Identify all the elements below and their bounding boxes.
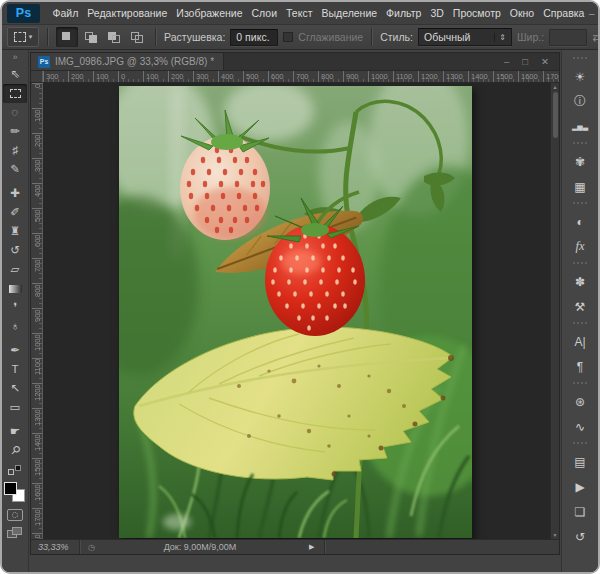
tool-clone-stamp[interactable]: ♜ — [2, 222, 28, 241]
vertical-scrollbar[interactable]: ▲ ▼ — [550, 83, 559, 539]
style-dropdown[interactable]: Обычный ⇕ — [418, 28, 512, 46]
canvas-pasteboard[interactable] — [43, 83, 550, 539]
menu-view[interactable]: Просмотр — [448, 7, 505, 19]
tool-spot-healing[interactable]: ✚ — [2, 184, 28, 203]
adjustments-panel-icon[interactable]: ☀ — [565, 64, 595, 89]
ruler-label: 1300 — [443, 71, 468, 83]
scroll-down-icon[interactable]: ▼ — [553, 532, 558, 538]
tool-rect-marquee[interactable] — [3, 84, 27, 103]
ruler-label: 1500 — [32, 458, 43, 483]
swap-dimensions-icon[interactable]: ⇄ — [592, 31, 598, 44]
dock-icon: A| — [574, 335, 585, 349]
doc-close-icon[interactable]: ✕ — [541, 56, 549, 67]
tool-icon: ✚ — [10, 188, 20, 200]
menu-select[interactable]: Выделение — [317, 7, 382, 19]
tool-brush[interactable]: ✐ — [2, 203, 28, 222]
tool-quick-selection[interactable]: ✏ — [2, 122, 28, 141]
menu-image[interactable]: Изображение — [172, 7, 247, 19]
ruler-label: 400 — [32, 183, 43, 208]
screen-mode-button[interactable] — [7, 527, 23, 540]
swap-colors-icon — [15, 465, 21, 471]
document-tab[interactable]: Ps IMG_0986.JPG @ 33,3% (RGB/8) * — [31, 53, 224, 70]
tool-rect-shape[interactable]: ▭ — [2, 398, 28, 417]
character-panel-icon[interactable]: A| — [565, 329, 595, 354]
menu-type[interactable]: Текст — [282, 7, 317, 19]
scrollbar-thumb[interactable] — [553, 92, 558, 138]
dock-icon: ▶ — [575, 480, 584, 494]
info-panel-icon[interactable]: ⓘ — [565, 89, 595, 114]
tool-icon: ▱ — [11, 264, 20, 276]
menu-filter[interactable]: Фильтр — [382, 7, 426, 19]
history-panel-icon[interactable]: ↺ — [565, 524, 595, 549]
tool-zoom[interactable]: ⚲ — [2, 441, 28, 460]
tool-lasso[interactable]: ◌ — [2, 103, 28, 122]
document-window: Ps IMG_0986.JPG @ 33,3% (RGB/8) * – □ ✕ … — [30, 52, 560, 555]
doc-minimize-icon[interactable]: – — [504, 56, 509, 67]
tool-pen[interactable]: ✒ — [2, 341, 28, 360]
foreground-background-swatches[interactable] — [4, 482, 26, 503]
brush-presets-panel-icon[interactable]: ✽ — [565, 269, 595, 294]
color-panel-icon[interactable]: ✾ — [565, 149, 595, 174]
subtract-from-selection-button[interactable] — [102, 27, 124, 47]
menu-edit[interactable]: Редактирование — [83, 7, 172, 19]
default-swap-colors-icon[interactable] — [8, 465, 23, 476]
3d-panel-icon[interactable]: ⊛ — [565, 389, 595, 414]
tool-type[interactable]: T — [2, 360, 28, 379]
tool-icon: ❜ — [13, 302, 17, 314]
tool-eraser[interactable]: ▱ — [2, 260, 28, 279]
dock-icon: ▂▅▃ — [572, 123, 588, 131]
feather-input[interactable] — [230, 29, 278, 46]
screen-mode-icon2 — [12, 527, 22, 535]
status-options-arrow-icon[interactable]: ▶ — [309, 543, 314, 551]
scroll-up-icon[interactable]: ▲ — [553, 84, 558, 90]
ruler-label: 200 — [32, 133, 43, 158]
divider — [324, 540, 325, 554]
ruler-label: 100 — [93, 71, 118, 83]
chevron-down-icon: ▾ — [29, 33, 33, 41]
subtract-selection-icon2 — [112, 35, 120, 43]
width-input[interactable] — [549, 29, 587, 46]
default-colors-icon — [8, 469, 14, 475]
menu-file[interactable]: Файл — [48, 7, 83, 19]
dock-icon: ▦ — [574, 180, 585, 194]
tool-hand[interactable]: ☛ — [2, 422, 28, 441]
menu-help[interactable]: Справка — [539, 7, 589, 19]
tool-move[interactable]: ⇖ — [2, 65, 28, 84]
actions-panel-icon[interactable]: ▶ — [565, 474, 595, 499]
intersect-selection-button[interactable] — [125, 27, 147, 47]
menu-window[interactable]: Окно — [505, 7, 538, 19]
layer-comps-panel-icon[interactable]: ▤ — [565, 449, 595, 474]
minimize-icon[interactable]: – — [589, 8, 595, 19]
adjustments2-panel-icon[interactable]: ◐ — [565, 209, 595, 234]
dock-icon: ¶ — [577, 360, 583, 374]
canvas-photo-strawberries[interactable] — [119, 86, 472, 538]
zoom-level-input[interactable]: 33,33% — [31, 542, 79, 552]
menu-3d[interactable]: 3D — [426, 7, 448, 19]
tool-history-brush[interactable]: ↺ — [2, 241, 28, 260]
doc-maximize-icon[interactable]: □ — [522, 56, 528, 67]
histogram-panel-icon[interactable]: ▂▅▃ — [565, 114, 595, 139]
ruler-label: 0 — [118, 71, 143, 83]
antialias-checkbox[interactable] — [283, 32, 293, 42]
paths-panel-icon[interactable]: ∿ — [565, 414, 595, 439]
strawberry-photo-illustration — [119, 86, 472, 538]
menu-layers[interactable]: Слои — [247, 7, 282, 19]
swatches-panel-icon[interactable]: ▦ — [565, 174, 595, 199]
paragraph-panel-icon[interactable]: ¶ — [565, 354, 595, 379]
tool-dodge[interactable]: ♁ — [2, 317, 28, 336]
tool-blur[interactable]: ❜ — [2, 298, 28, 317]
add-to-selection-button[interactable] — [79, 27, 101, 47]
tool-crop[interactable]: ♯ — [2, 141, 28, 160]
foreground-color-swatch[interactable] — [4, 482, 17, 495]
tool-gradient[interactable] — [2, 279, 28, 298]
tool-presets-panel-icon[interactable]: ⚒ — [565, 294, 595, 319]
layers-panel-icon[interactable]: ❏ — [565, 499, 595, 524]
divider — [155, 28, 156, 46]
tool-preset-picker[interactable]: ▾ — [7, 27, 39, 47]
styles-panel-icon[interactable]: fx — [565, 234, 595, 259]
quick-mask-button[interactable] — [7, 509, 23, 521]
tool-eyedropper[interactable]: ✎ — [2, 160, 28, 179]
new-selection-button[interactable] — [56, 27, 78, 47]
collapse-toolbar-icon[interactable]: » — [2, 52, 28, 63]
tool-path-selection[interactable]: ↖ — [2, 379, 28, 398]
